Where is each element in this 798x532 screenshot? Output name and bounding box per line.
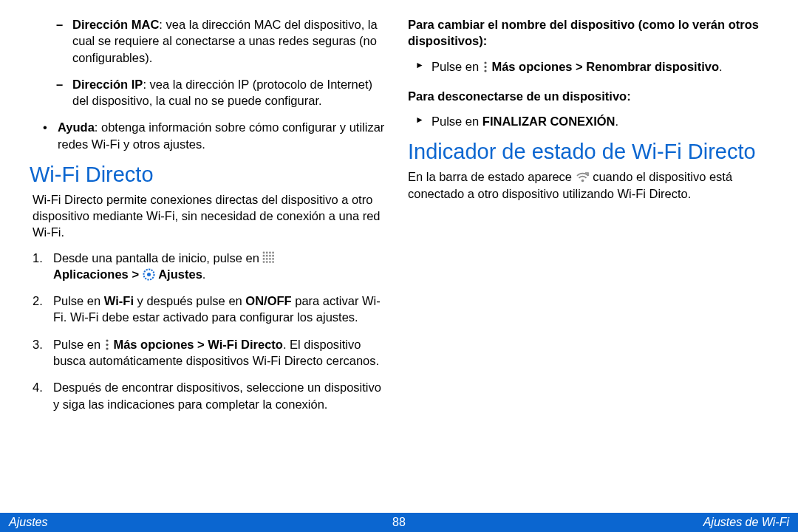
step-2-number: 2. (33, 293, 43, 309)
svg-point-12 (263, 261, 265, 263)
svg-point-1 (266, 251, 268, 253)
page-body: Dirección MAC: vea la dirección MAC del … (0, 0, 798, 514)
step-3-a: Pulse en (53, 338, 104, 351)
ip-item: Dirección IP: vea la dirección IP (proto… (72, 76, 390, 109)
step-2-a: Pulse en (53, 294, 104, 307)
ayuda-title: Ayuda (58, 120, 95, 134)
step-4: 4. Después de encontrar dispositivos, se… (53, 379, 390, 412)
left-column: Dirección MAC: vea la dirección MAC del … (21, 16, 399, 508)
step-1-gt: > (129, 267, 143, 281)
step-1-dot: . (202, 267, 206, 281)
more-options-icon (104, 338, 110, 351)
disconnect-b: FINALIZAR CONEXIÓN (482, 115, 615, 128)
svg-point-22 (484, 65, 486, 67)
rename-step: Pulse en Más opciones > Renombrar dispos… (432, 58, 768, 75)
svg-point-15 (273, 261, 275, 263)
ayuda-item: Ayuda: obtenga información sobre cómo co… (58, 119, 390, 152)
mac-item: Dirección MAC: vea la dirección MAC del … (72, 16, 390, 66)
step-3: 3. Pulse en Más opciones > Wi-Fi Directo… (53, 336, 390, 369)
disconnect-a: Pulse en (432, 115, 482, 128)
svg-point-0 (263, 251, 265, 253)
estado-a: En la barra de estado aparece (408, 170, 576, 183)
page-number: 88 (392, 516, 406, 529)
step-3-more: Más opciones (113, 338, 194, 351)
svg-point-4 (263, 254, 265, 256)
footer-left: Ajustes (9, 516, 47, 529)
disconnect-c: . (615, 115, 618, 128)
heading-estado: Indicador de estado de Wi-Fi Directo (408, 140, 768, 164)
svg-point-5 (266, 254, 268, 256)
gear-icon (143, 268, 155, 281)
rename-more: Más opciones (491, 60, 572, 73)
step-1-aplicaciones: Aplicaciones (53, 267, 129, 281)
intro-paragraph: Wi-Fi Directo permite conexiones directa… (33, 191, 390, 241)
step-4-number: 4. (33, 379, 43, 395)
svg-point-14 (269, 261, 271, 263)
ayuda-body: : obtenga información sobre cómo configu… (58, 120, 384, 150)
svg-point-13 (266, 261, 268, 263)
step-2-c: y después pulse en (134, 294, 245, 307)
svg-point-7 (273, 254, 275, 256)
page-footer: Ajustes 88 Ajustes de Wi-Fi (0, 513, 798, 532)
svg-point-8 (263, 258, 265, 260)
step-3-wifidirect: Wi-Fi Directo (208, 338, 283, 351)
rename-heading: Para cambiar el nombre del dispositivo (… (408, 16, 768, 50)
svg-point-19 (106, 344, 108, 346)
svg-point-21 (484, 61, 486, 64)
disconnect-step: Pulse en FINALIZAR CONEXIÓN. (432, 113, 768, 129)
rename-dot: . (719, 60, 723, 73)
svg-point-18 (106, 339, 108, 341)
heading-wifi-directo: Wi-Fi Directo (30, 163, 390, 187)
svg-point-3 (273, 251, 275, 253)
step-2: 2. Pulse en Wi-Fi y después pulse en ON/… (53, 293, 390, 326)
step-1-ajustes: Ajustes (158, 267, 202, 281)
step-2-wifi: Wi-Fi (104, 294, 134, 307)
right-column: Para cambiar el nombre del dispositivo (… (399, 16, 777, 508)
ip-title: Dirección IP (72, 78, 143, 91)
svg-point-6 (269, 254, 271, 256)
step-2-onoff: ON/OFF (245, 294, 291, 307)
mac-title: Dirección MAC (72, 18, 159, 31)
step-3-number: 3. (33, 336, 43, 352)
svg-point-10 (269, 258, 271, 260)
svg-point-20 (106, 347, 108, 349)
svg-point-9 (266, 258, 268, 260)
step-1-text-a: Desde una pantalla de inicio, pulse en (53, 251, 262, 265)
svg-point-11 (273, 258, 275, 260)
svg-point-24 (581, 180, 584, 183)
rename-a: Pulse en (432, 60, 482, 73)
step-1: 1. Desde una pantalla de inicio, pulse e… (53, 250, 390, 283)
rename-gt: > (573, 60, 587, 73)
step-3-gt: > (194, 338, 208, 351)
rename-dev: Renombrar dispositivo (586, 60, 719, 73)
footer-right: Ajustes de Wi-Fi (703, 516, 789, 529)
apps-icon (262, 251, 275, 264)
svg-point-17 (147, 273, 151, 276)
disconnect-heading: Para desconectarse de un dispositivo: (408, 88, 768, 104)
more-options-icon-2 (482, 61, 488, 73)
step-4-body: Después de encontrar dispositivos, selec… (53, 381, 381, 410)
svg-point-23 (484, 69, 486, 72)
wifi-direct-icon (576, 170, 590, 181)
svg-point-2 (269, 251, 271, 253)
estado-paragraph: En la barra de estado aparece cuando el … (408, 168, 768, 202)
step-1-number: 1. (33, 250, 43, 266)
